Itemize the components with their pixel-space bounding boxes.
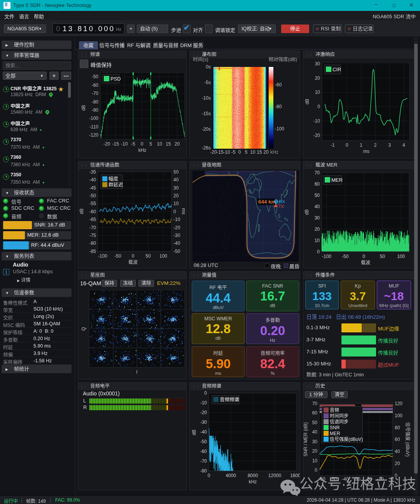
svg-text:-10: -10 bbox=[223, 149, 230, 155]
svg-text:-60: -60 bbox=[275, 82, 282, 88]
svg-text:-80: -80 bbox=[89, 241, 96, 246]
svg-text:20: 20 bbox=[263, 149, 269, 155]
svg-text:50: 50 bbox=[312, 420, 318, 425]
svg-text:10: 10 bbox=[157, 141, 163, 147]
svg-text:MER: MER bbox=[330, 431, 340, 436]
svg-text:40: 40 bbox=[312, 429, 318, 435]
svg-text:0: 0 bbox=[362, 254, 365, 259]
svg-text:-75: -75 bbox=[89, 233, 96, 238]
svg-text:相对强度(dB): 相对强度(dB) bbox=[268, 56, 297, 62]
svg-text:80: 80 bbox=[395, 425, 400, 430]
svg-text:-1: -1 bbox=[331, 142, 335, 148]
svg-text:10: 10 bbox=[250, 149, 256, 155]
svg-text:dB: dB bbox=[81, 105, 86, 111]
svg-text:70: 70 bbox=[315, 170, 320, 176]
svg-text:-20: -20 bbox=[173, 225, 180, 230]
svg-text:-5: -5 bbox=[131, 141, 135, 147]
svg-text:MER: MER bbox=[331, 177, 343, 183]
svg-text:-5s: -5s bbox=[204, 80, 211, 85]
svg-text:信号强度 (dBuV): 信号强度 (dBuV) bbox=[405, 422, 411, 457]
svg-text:-50: -50 bbox=[92, 74, 99, 79]
svg-text:12000: 12000 bbox=[268, 473, 282, 478]
svg-text:-20: -20 bbox=[200, 410, 207, 415]
svg-text:-50: -50 bbox=[114, 253, 121, 259]
svg-text:-20s: -20s bbox=[202, 126, 211, 132]
svg-text:-20: -20 bbox=[313, 133, 320, 138]
svg-text:70: 70 bbox=[312, 401, 318, 406]
svg-text:15: 15 bbox=[257, 149, 262, 155]
svg-text:20: 20 bbox=[395, 461, 400, 466]
svg-text:20: 20 bbox=[315, 76, 320, 81]
svg-text:-35: -35 bbox=[89, 169, 96, 175]
svg-text:-70: -70 bbox=[200, 458, 207, 464]
svg-text:-100: -100 bbox=[322, 254, 331, 259]
svg-text:-5: -5 bbox=[231, 149, 236, 155]
svg-text:8000: 8000 bbox=[248, 473, 258, 478]
svg-text:0: 0 bbox=[315, 467, 317, 473]
svg-text:载波: 载波 bbox=[361, 260, 370, 265]
svg-text:0: 0 bbox=[132, 253, 135, 259]
svg-text:-100: -100 bbox=[275, 126, 284, 132]
svg-text:-60: -60 bbox=[89, 209, 96, 214]
svg-text:-80: -80 bbox=[200, 468, 207, 474]
svg-text:-20: -20 bbox=[210, 149, 217, 155]
svg-text:PSD: PSD bbox=[110, 76, 121, 82]
svg-text:0: 0 bbox=[141, 141, 144, 147]
svg-text:2: 2 bbox=[374, 142, 377, 148]
svg-text:10: 10 bbox=[312, 458, 318, 464]
svg-text:音频: 音频 bbox=[330, 407, 339, 413]
svg-text:载波: 载波 bbox=[128, 260, 138, 265]
svg-text:dB: dB bbox=[304, 209, 310, 215]
svg-text:0: 0 bbox=[317, 249, 320, 255]
svg-text:-55: -55 bbox=[89, 201, 96, 206]
svg-text:40: 40 bbox=[315, 204, 320, 209]
svg-text:群延迟: 群延迟 bbox=[108, 182, 123, 188]
svg-text:0: 0 bbox=[204, 390, 207, 396]
svg-text:20: 20 bbox=[175, 141, 180, 147]
svg-text:50: 50 bbox=[380, 254, 385, 259]
svg-text:30: 30 bbox=[173, 185, 179, 191]
svg-text:SNR / MER (dB): SNR / MER (dB) bbox=[303, 422, 308, 457]
svg-text:-40: -40 bbox=[200, 429, 207, 435]
svg-text:-50: -50 bbox=[173, 249, 180, 254]
svg-text:40: 40 bbox=[395, 449, 400, 454]
svg-text:kHz: kHz bbox=[270, 149, 278, 155]
svg-text:50: 50 bbox=[145, 253, 151, 259]
svg-text:0: 0 bbox=[173, 209, 176, 214]
svg-text:时间同步: 时间同步 bbox=[330, 413, 348, 419]
svg-text:ms: ms bbox=[363, 149, 369, 154]
svg-text:0: 0 bbox=[238, 149, 241, 155]
svg-text:-15: -15 bbox=[217, 149, 224, 155]
svg-text:0s: 0s bbox=[206, 64, 211, 70]
svg-text:Q: Q bbox=[81, 327, 86, 330]
svg-text:644 km: 644 km bbox=[258, 199, 276, 205]
svg-text:100: 100 bbox=[395, 413, 402, 418]
svg-text:-20: -20 bbox=[103, 141, 110, 147]
svg-text:5: 5 bbox=[245, 149, 248, 155]
svg-text:50: 50 bbox=[173, 169, 179, 175]
svg-text:ms: ms bbox=[181, 208, 186, 214]
svg-text:RX: RX bbox=[279, 199, 285, 204]
svg-text:120: 120 bbox=[395, 401, 402, 406]
svg-text:5: 5 bbox=[149, 141, 152, 147]
svg-text:10: 10 bbox=[315, 238, 320, 243]
svg-text:-10s: -10s bbox=[202, 95, 211, 101]
svg-text:100: 100 bbox=[397, 254, 405, 259]
svg-text:kHz: kHz bbox=[138, 148, 147, 153]
svg-text:0: 0 bbox=[208, 473, 210, 478]
svg-text:20: 20 bbox=[315, 227, 320, 232]
svg-text:音频频谱: 音频频谱 bbox=[220, 397, 239, 402]
svg-text:15: 15 bbox=[166, 141, 171, 147]
svg-text:-70: -70 bbox=[89, 225, 96, 230]
svg-text:-30: -30 bbox=[173, 233, 180, 238]
svg-text:4000: 4000 bbox=[226, 473, 236, 478]
svg-text:-60: -60 bbox=[92, 83, 99, 88]
svg-text:40: 40 bbox=[173, 177, 179, 183]
svg-text:-10: -10 bbox=[200, 400, 207, 406]
svg-text:20: 20 bbox=[312, 448, 318, 454]
svg-text:-45: -45 bbox=[89, 185, 96, 191]
svg-text:30: 30 bbox=[312, 439, 318, 444]
svg-text:4: 4 bbox=[402, 142, 405, 148]
svg-text:10: 10 bbox=[315, 90, 320, 95]
svg-text:50: 50 bbox=[315, 193, 320, 198]
